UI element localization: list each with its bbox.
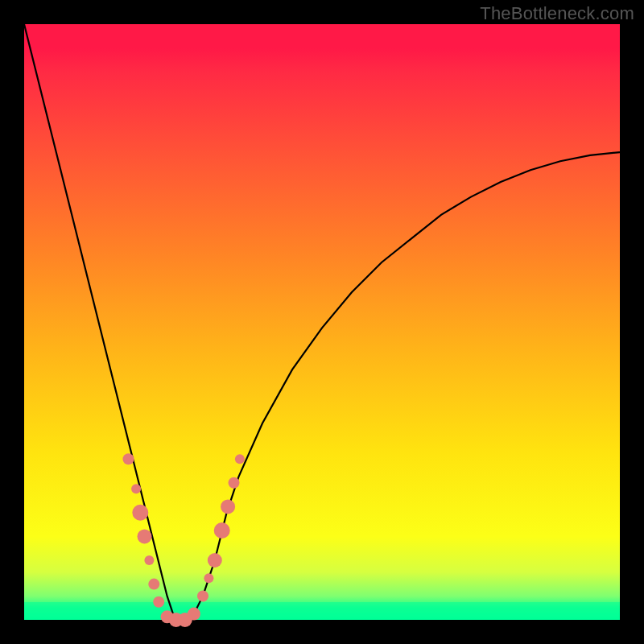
chart-frame: TheBottleneck.com [0, 0, 644, 644]
watermark-text: TheBottleneck.com [480, 3, 634, 24]
bottom-green-band [24, 602, 620, 620]
plot-area [24, 24, 620, 620]
